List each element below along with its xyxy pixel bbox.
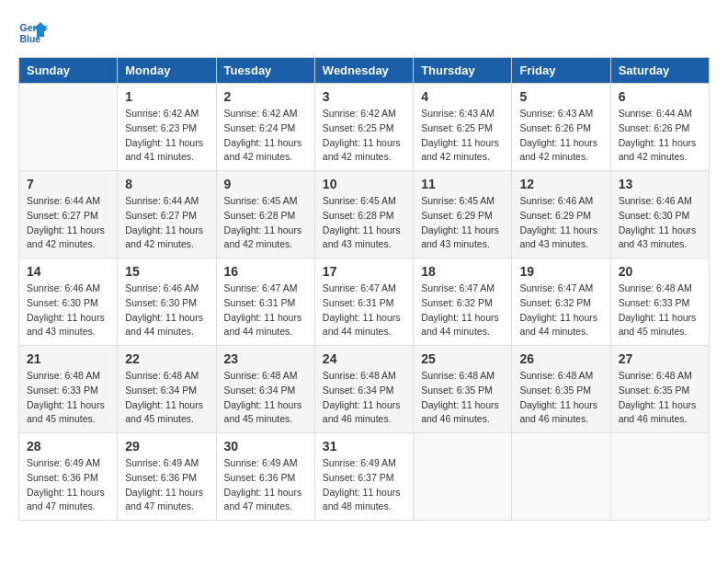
day-number: 13 <box>619 177 701 191</box>
day-number: 26 <box>519 351 602 366</box>
header-monday: Monday <box>118 58 216 84</box>
calendar-cell: 22Sunrise: 6:48 AMSunset: 6:34 PMDayligh… <box>118 346 216 433</box>
calendar-cell: 8Sunrise: 6:44 AMSunset: 6:27 PMDaylight… <box>118 171 216 259</box>
day-info: Sunrise: 6:48 AMSunset: 6:35 PMDaylight:… <box>619 369 701 427</box>
day-number: 31 <box>323 439 405 454</box>
calendar-header-row: SundayMondayTuesdayWednesdayThursdayFrid… <box>19 58 710 84</box>
day-info: Sunrise: 6:46 AMSunset: 6:30 PMDaylight:… <box>27 282 109 339</box>
day-number: 18 <box>421 264 504 279</box>
calendar-cell: 24Sunrise: 6:48 AMSunset: 6:34 PMDayligh… <box>314 346 413 433</box>
day-info: Sunrise: 6:45 AMSunset: 6:28 PMDaylight:… <box>224 194 307 252</box>
day-info: Sunrise: 6:42 AMSunset: 6:23 PMDaylight:… <box>125 107 208 165</box>
day-info: Sunrise: 6:47 AMSunset: 6:32 PMDaylight:… <box>519 282 602 339</box>
calendar-cell: 19Sunrise: 6:47 AMSunset: 6:32 PMDayligh… <box>512 259 610 346</box>
day-info: Sunrise: 6:48 AMSunset: 6:35 PMDaylight:… <box>421 369 504 427</box>
calendar-cell: 31Sunrise: 6:49 AMSunset: 6:37 PMDayligh… <box>314 433 413 521</box>
calendar-week-row: 14Sunrise: 6:46 AMSunset: 6:30 PMDayligh… <box>19 259 710 346</box>
calendar-cell: 29Sunrise: 6:49 AMSunset: 6:36 PMDayligh… <box>118 433 216 521</box>
day-info: Sunrise: 6:49 AMSunset: 6:36 PMDaylight:… <box>27 456 109 514</box>
day-number: 27 <box>619 351 701 366</box>
day-info: Sunrise: 6:47 AMSunset: 6:32 PMDaylight:… <box>421 282 504 339</box>
header-thursday: Thursday <box>414 58 512 84</box>
day-number: 12 <box>519 177 602 191</box>
page-header: General Blue <box>18 18 710 48</box>
day-info: Sunrise: 6:44 AMSunset: 6:27 PMDaylight:… <box>27 194 109 252</box>
calendar-cell: 14Sunrise: 6:46 AMSunset: 6:30 PMDayligh… <box>19 259 118 346</box>
day-info: Sunrise: 6:42 AMSunset: 6:24 PMDaylight:… <box>224 107 307 165</box>
day-number: 22 <box>125 351 208 366</box>
calendar-cell <box>19 84 118 171</box>
day-number: 25 <box>421 351 504 366</box>
calendar-cell: 5Sunrise: 6:43 AMSunset: 6:26 PMDaylight… <box>512 84 610 171</box>
calendar-cell: 30Sunrise: 6:49 AMSunset: 6:36 PMDayligh… <box>216 433 314 521</box>
calendar-week-row: 21Sunrise: 6:48 AMSunset: 6:33 PMDayligh… <box>19 346 710 433</box>
day-info: Sunrise: 6:46 AMSunset: 6:30 PMDaylight:… <box>125 282 208 339</box>
header-saturday: Saturday <box>610 58 709 84</box>
calendar-cell: 26Sunrise: 6:48 AMSunset: 6:35 PMDayligh… <box>512 346 610 433</box>
day-number: 28 <box>27 439 109 454</box>
calendar-cell: 10Sunrise: 6:45 AMSunset: 6:28 PMDayligh… <box>314 171 413 259</box>
calendar-cell: 6Sunrise: 6:44 AMSunset: 6:26 PMDaylight… <box>610 84 709 171</box>
day-number: 7 <box>27 177 109 191</box>
day-number: 1 <box>125 89 208 104</box>
calendar-cell: 20Sunrise: 6:48 AMSunset: 6:33 PMDayligh… <box>610 259 709 346</box>
day-info: Sunrise: 6:46 AMSunset: 6:29 PMDaylight:… <box>519 194 602 252</box>
calendar-cell: 15Sunrise: 6:46 AMSunset: 6:30 PMDayligh… <box>118 259 216 346</box>
calendar-cell: 7Sunrise: 6:44 AMSunset: 6:27 PMDaylight… <box>19 171 118 259</box>
day-number: 23 <box>224 351 307 366</box>
day-number: 10 <box>323 177 405 191</box>
header-friday: Friday <box>512 58 610 84</box>
calendar-cell: 2Sunrise: 6:42 AMSunset: 6:24 PMDaylight… <box>216 84 314 171</box>
calendar-cell: 17Sunrise: 6:47 AMSunset: 6:31 PMDayligh… <box>314 259 413 346</box>
day-number: 2 <box>224 89 307 104</box>
day-number: 16 <box>224 264 307 279</box>
day-number: 14 <box>27 264 109 279</box>
day-number: 17 <box>323 264 405 279</box>
calendar-cell: 4Sunrise: 6:43 AMSunset: 6:25 PMDaylight… <box>414 84 512 171</box>
day-info: Sunrise: 6:49 AMSunset: 6:37 PMDaylight:… <box>323 456 405 514</box>
calendar-week-row: 28Sunrise: 6:49 AMSunset: 6:36 PMDayligh… <box>19 433 710 521</box>
day-info: Sunrise: 6:48 AMSunset: 6:34 PMDaylight:… <box>323 369 405 427</box>
day-info: Sunrise: 6:43 AMSunset: 6:25 PMDaylight:… <box>421 107 504 165</box>
day-info: Sunrise: 6:45 AMSunset: 6:28 PMDaylight:… <box>323 194 405 252</box>
day-info: Sunrise: 6:49 AMSunset: 6:36 PMDaylight:… <box>224 456 307 514</box>
day-info: Sunrise: 6:47 AMSunset: 6:31 PMDaylight:… <box>323 282 405 339</box>
calendar-week-row: 1Sunrise: 6:42 AMSunset: 6:23 PMDaylight… <box>19 84 710 171</box>
day-number: 20 <box>619 264 701 279</box>
calendar-cell: 28Sunrise: 6:49 AMSunset: 6:36 PMDayligh… <box>19 433 118 521</box>
day-info: Sunrise: 6:43 AMSunset: 6:26 PMDaylight:… <box>519 107 602 165</box>
calendar-cell <box>610 433 709 521</box>
day-number: 8 <box>125 177 208 191</box>
day-number: 5 <box>519 89 602 104</box>
day-number: 6 <box>619 89 701 104</box>
day-number: 19 <box>519 264 602 279</box>
day-number: 4 <box>421 89 504 104</box>
header-wednesday: Wednesday <box>314 58 413 84</box>
calendar-cell: 1Sunrise: 6:42 AMSunset: 6:23 PMDaylight… <box>118 84 216 171</box>
calendar-cell: 13Sunrise: 6:46 AMSunset: 6:30 PMDayligh… <box>610 171 709 259</box>
day-number: 3 <box>323 89 405 104</box>
day-info: Sunrise: 6:45 AMSunset: 6:29 PMDaylight:… <box>421 194 504 252</box>
calendar-cell: 11Sunrise: 6:45 AMSunset: 6:29 PMDayligh… <box>414 171 512 259</box>
day-info: Sunrise: 6:47 AMSunset: 6:31 PMDaylight:… <box>224 282 307 339</box>
day-number: 29 <box>125 439 208 454</box>
header-tuesday: Tuesday <box>216 58 314 84</box>
calendar-cell: 9Sunrise: 6:45 AMSunset: 6:28 PMDaylight… <box>216 171 314 259</box>
logo-icon: General Blue <box>18 18 48 48</box>
calendar-cell: 18Sunrise: 6:47 AMSunset: 6:32 PMDayligh… <box>414 259 512 346</box>
header-sunday: Sunday <box>19 58 118 84</box>
day-number: 11 <box>421 177 504 191</box>
calendar-cell: 16Sunrise: 6:47 AMSunset: 6:31 PMDayligh… <box>216 259 314 346</box>
day-info: Sunrise: 6:49 AMSunset: 6:36 PMDaylight:… <box>125 456 208 514</box>
day-info: Sunrise: 6:44 AMSunset: 6:27 PMDaylight:… <box>125 194 208 252</box>
day-info: Sunrise: 6:48 AMSunset: 6:34 PMDaylight:… <box>125 369 208 427</box>
day-info: Sunrise: 6:46 AMSunset: 6:30 PMDaylight:… <box>619 194 701 252</box>
day-number: 24 <box>323 351 405 366</box>
day-info: Sunrise: 6:42 AMSunset: 6:25 PMDaylight:… <box>323 107 405 165</box>
calendar-cell: 21Sunrise: 6:48 AMSunset: 6:33 PMDayligh… <box>19 346 118 433</box>
calendar-cell: 23Sunrise: 6:48 AMSunset: 6:34 PMDayligh… <box>216 346 314 433</box>
calendar-cell <box>512 433 610 521</box>
calendar-cell: 3Sunrise: 6:42 AMSunset: 6:25 PMDaylight… <box>314 84 413 171</box>
day-info: Sunrise: 6:48 AMSunset: 6:33 PMDaylight:… <box>27 369 109 427</box>
calendar-cell <box>414 433 512 521</box>
